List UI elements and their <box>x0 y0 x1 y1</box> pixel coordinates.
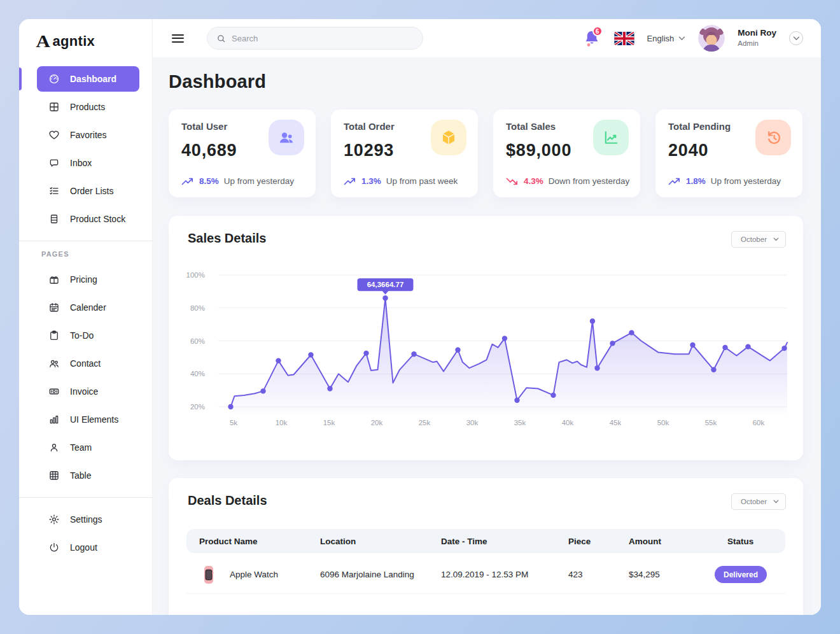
product-name: Apple Watch <box>230 570 278 579</box>
sidebar-item-label: Contact <box>70 358 101 369</box>
cell-datetime: 12.09.2019 - 12.53 PM <box>441 570 568 579</box>
dashboard-icon <box>48 73 60 85</box>
ui-elements-icon <box>48 414 60 425</box>
deals-table-header: Product NameLocationDate - TimePieceAmou… <box>186 529 785 553</box>
sidebar-item-order-lists[interactable]: Order Lists <box>37 178 139 204</box>
sidebar-item-team[interactable]: Team <box>37 435 139 460</box>
product-stock-icon <box>48 213 60 225</box>
sidebar-item-invoice[interactable]: Invoice <box>37 379 139 404</box>
sidebar-item-label: Dashboard <box>70 74 116 84</box>
sidebar-item-product-stock[interactable]: Product Stock <box>37 206 139 232</box>
chevron-down-icon <box>793 36 800 41</box>
brand-logo-icon: A <box>36 32 50 52</box>
trend-text: Up from past week <box>386 176 458 186</box>
svg-text:30k: 30k <box>466 419 479 426</box>
sales-chart[interactable]: 100%80%60%40%20%5k10k15k20k25k30k35k40k4… <box>169 262 803 446</box>
calendar-icon <box>48 302 60 313</box>
sidebar-item-inbox[interactable]: Inbox <box>37 150 139 176</box>
deals-details-panel: Deals Details October Product NameLocati… <box>169 478 803 615</box>
active-indicator <box>19 67 22 90</box>
sidebar-item-calender[interactable]: Calender <box>37 295 139 320</box>
sidebar-section-label: PAGES <box>41 250 139 258</box>
sales-chart-svg[interactable]: 100%80%60%40%20%5k10k15k20k25k30k35k40k4… <box>169 262 803 431</box>
trend-percent: 8.5% <box>199 176 219 186</box>
chart-line-icon <box>593 120 629 155</box>
sidebar-divider <box>19 497 152 498</box>
sidebar-item-contact[interactable]: Contact <box>37 351 139 376</box>
uk-flag-icon[interactable] <box>614 32 634 45</box>
sidebar-item-ui-elements[interactable]: UI Elements <box>37 407 139 432</box>
stat-card-total-sales: Total Sales$89,0004.3%Down from yesterda… <box>493 109 640 197</box>
trend-up-icon <box>668 178 681 185</box>
sidebar-item-label: Order Lists <box>70 186 113 196</box>
trend-down-icon <box>506 178 519 185</box>
column-header-location: Location <box>320 537 441 546</box>
svg-text:64,3664.77: 64,3664.77 <box>367 281 404 288</box>
search-input[interactable] <box>232 34 414 43</box>
logout-icon <box>48 542 60 553</box>
sidebar-item-label: Product Stock <box>70 214 125 224</box>
chevron-down-icon <box>773 500 779 504</box>
sidebar: A agntix DashboardProductsFavoritesInbox… <box>19 19 153 615</box>
table-row[interactable]: Apple Watch6096 Marjolaine Landing12.09.… <box>186 556 785 594</box>
sidebar-item-settings[interactable]: Settings <box>37 507 139 532</box>
sidebar-item-table[interactable]: Table <box>37 463 139 488</box>
product-image <box>199 565 218 584</box>
brand-logo: A agntix <box>37 19 139 59</box>
trend-text: Up from yesterday <box>224 176 294 186</box>
sidebar-item-label: Settings <box>70 514 102 525</box>
language-selector[interactable]: English <box>647 34 686 43</box>
sidebar-item-label: Invoice <box>70 386 98 397</box>
stat-card-total-user: Total User40,6898.5%Up from yesterday <box>169 109 316 197</box>
svg-text:100%: 100% <box>186 271 205 279</box>
trend-text: Up from yesterday <box>711 176 781 186</box>
deals-period-value: October <box>741 498 767 505</box>
page-title: Dashboard <box>169 71 803 92</box>
sidebar-item-dashboard[interactable]: Dashboard <box>37 66 139 92</box>
column-header-amount: Amount <box>629 537 715 546</box>
trend-up-icon <box>344 178 356 185</box>
brand-name: agntix <box>53 33 95 50</box>
user-info: Moni Roy Admin <box>738 28 776 48</box>
trend-text: Down from yesterday <box>549 176 630 186</box>
sidebar-item-logout[interactable]: Logout <box>37 535 139 560</box>
sidebar-item-label: Calender <box>70 302 106 313</box>
language-label: English <box>647 34 675 43</box>
sales-period-value: October <box>741 236 767 243</box>
sidebar-divider <box>19 241 152 241</box>
svg-text:5k: 5k <box>230 419 237 426</box>
app-window: A agntix DashboardProductsFavoritesInbox… <box>19 19 821 615</box>
sidebar-item-label: To-Do <box>70 330 94 341</box>
sales-period-select[interactable]: October <box>731 231 786 248</box>
svg-text:25k: 25k <box>419 419 431 426</box>
status-badge: Delivered <box>715 566 767 583</box>
user-role: Admin <box>738 39 776 48</box>
svg-text:60k: 60k <box>753 419 765 426</box>
sidebar-item-to-do[interactable]: To-Do <box>37 323 139 348</box>
settings-icon <box>48 514 60 525</box>
sidebar-item-pricing[interactable]: Pricing <box>37 267 139 292</box>
inbox-icon <box>48 157 60 169</box>
search-icon <box>216 34 226 43</box>
invoice-icon <box>48 386 60 397</box>
sidebar-item-products[interactable]: Products <box>37 94 139 120</box>
stat-trend: 1.3%Up from past week <box>344 176 458 186</box>
svg-text:50k: 50k <box>657 419 669 426</box>
deals-period-select[interactable]: October <box>731 493 786 510</box>
sidebar-item-favorites[interactable]: Favorites <box>37 122 139 148</box>
account-menu-button[interactable] <box>789 31 803 45</box>
pricing-icon <box>48 274 60 285</box>
cell-piece: 423 <box>568 570 629 579</box>
svg-text:35k: 35k <box>514 419 526 426</box>
search-bar[interactable] <box>207 27 423 50</box>
menu-toggle-icon[interactable] <box>172 32 184 45</box>
sidebar-item-label: Pricing <box>70 274 97 285</box>
chevron-down-icon <box>678 36 685 41</box>
svg-text:60%: 60% <box>190 337 205 345</box>
avatar[interactable] <box>698 25 725 52</box>
contact-icon <box>48 358 60 369</box>
column-header-piece: Piece <box>568 537 629 546</box>
sidebar-item-label: Team <box>70 442 92 453</box>
notifications-bell-icon[interactable]: 6 <box>582 29 601 48</box>
todo-icon <box>48 330 60 341</box>
